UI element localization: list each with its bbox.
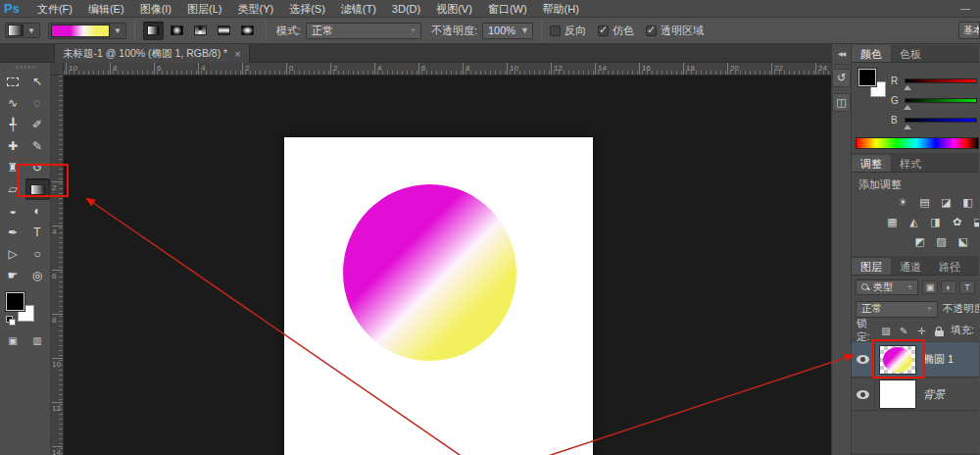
brush-tool[interactable]: ✎: [25, 135, 50, 157]
linear-gradient-button[interactable]: [143, 22, 164, 40]
invert-icon[interactable]: ◩: [912, 234, 927, 249]
layer-thumbnail[interactable]: [879, 379, 916, 409]
menu-item[interactable]: 窗口(W): [480, 0, 535, 18]
tab-color[interactable]: 颜色: [852, 45, 891, 62]
blend-mode-select[interactable]: 正常 ÷: [306, 23, 421, 39]
tool-preset-picker[interactable]: ▼: [5, 23, 40, 38]
color-spectrum-ramp[interactable]: [856, 137, 979, 149]
channel-slider-g[interactable]: G: [891, 90, 979, 110]
ellipse-tool[interactable]: ○: [25, 243, 50, 265]
path-selection-tool[interactable]: ▷: [1, 243, 25, 265]
tab-paths[interactable]: 路径: [930, 258, 969, 275]
close-tab-icon[interactable]: ×: [234, 48, 240, 60]
radial-gradient-button[interactable]: [167, 22, 187, 40]
exposure-icon[interactable]: ◧: [960, 195, 975, 210]
dodge-tool[interactable]: ◐: [25, 200, 50, 222]
layer-name[interactable]: 背景: [923, 387, 945, 402]
menu-item[interactable]: 类型(Y): [229, 0, 281, 18]
tab-swatches[interactable]: 色板: [891, 45, 930, 62]
lock-image-pixels-icon[interactable]: ✎: [898, 325, 909, 337]
layer-row-ellipse[interactable]: 椭圆 1: [852, 341, 979, 378]
layer-thumbnail[interactable]: [879, 345, 916, 375]
blur-tool[interactable]: ◒: [1, 200, 25, 222]
zoom-tool[interactable]: ◎: [25, 265, 50, 286]
foreground-color-swatch[interactable]: [6, 292, 24, 311]
eraser-tool[interactable]: ▱: [1, 178, 25, 200]
menu-item[interactable]: 视图(V): [428, 0, 480, 18]
tab-styles[interactable]: 样式: [891, 155, 930, 172]
filter-type-layers-icon[interactable]: T: [959, 280, 975, 294]
tab-layers[interactable]: 图层: [852, 258, 891, 275]
diamond-gradient-button[interactable]: [237, 22, 258, 40]
gradient-editor[interactable]: ▼: [48, 23, 126, 39]
history-panel-icon[interactable]: ↺: [832, 69, 851, 87]
visibility-toggle[interactable]: [852, 342, 875, 377]
panel-drag-handle[interactable]: [14, 64, 36, 71]
workspace-button[interactable]: 基本功能: [958, 22, 980, 39]
layer-name[interactable]: 椭圆 1: [923, 352, 954, 367]
photo-filter-icon[interactable]: ✿: [950, 215, 964, 229]
menu-item[interactable]: 滤镜(T): [333, 0, 384, 18]
gradient-tool[interactable]: [25, 178, 50, 200]
checkbox-仿色[interactable]: 仿色: [598, 24, 634, 38]
document-tab[interactable]: 未标题-1 @ 100% (椭圆 1, RGB/8) * ×: [54, 44, 250, 63]
channel-slider-b[interactable]: B: [891, 110, 979, 129]
tab-channels[interactable]: 通道: [891, 258, 930, 275]
move-tool[interactable]: ↖: [25, 71, 50, 92]
angle-gradient-button[interactable]: [190, 22, 211, 40]
quick-selection-tool[interactable]: ◌: [25, 92, 50, 114]
slider-track[interactable]: [905, 118, 977, 123]
layer-row-background[interactable]: 背景: [852, 378, 979, 411]
lasso-tool[interactable]: ∿: [1, 92, 25, 114]
properties-panel-icon[interactable]: ◫: [832, 93, 851, 112]
rectangular-marquee-tool[interactable]: [1, 71, 25, 92]
history-brush-tool[interactable]: ↺: [25, 157, 50, 178]
curves-icon[interactable]: ◪: [939, 195, 954, 210]
levels-icon[interactable]: ▤: [917, 195, 932, 210]
slider-handle[interactable]: [904, 85, 911, 90]
channel-slider-r[interactable]: R: [891, 71, 979, 90]
lock-position-icon[interactable]: ✛: [915, 325, 927, 337]
menu-item[interactable]: 帮助(H): [535, 0, 587, 18]
threshold-icon[interactable]: ⬕: [956, 234, 970, 249]
crop-tool[interactable]: ╃: [1, 114, 25, 135]
hue-saturation-icon[interactable]: ▦: [885, 215, 900, 229]
checkbox-反向[interactable]: 反向: [550, 24, 586, 38]
menu-item[interactable]: 图层(L): [179, 0, 229, 18]
slider-handle[interactable]: [904, 125, 911, 129]
hand-tool[interactable]: ☛: [1, 265, 25, 286]
posterize-icon[interactable]: ▨: [934, 234, 949, 249]
color-balance-icon[interactable]: ◭: [906, 215, 921, 229]
opacity-select[interactable]: 100% ▼: [482, 23, 533, 39]
lock-all-icon[interactable]: [933, 325, 945, 337]
reflected-gradient-button[interactable]: [214, 22, 234, 40]
channel-mixer-icon[interactable]: ⬓: [971, 215, 979, 229]
filter-adjustment-layers-icon[interactable]: ◐: [941, 280, 956, 294]
layer-filter-select[interactable]: 类型 ÷: [856, 279, 918, 295]
tab-adjustments[interactable]: 调整: [852, 155, 891, 172]
black-white-icon[interactable]: ◨: [928, 215, 943, 229]
screen-mode-button[interactable]: ▥: [29, 333, 46, 347]
eyedropper-tool[interactable]: ✐: [25, 114, 50, 135]
type-tool[interactable]: T: [25, 222, 50, 243]
quick-mask-button[interactable]: ▣: [5, 333, 22, 347]
layer-blend-mode-select[interactable]: 正常 ÷: [856, 301, 938, 318]
default-colors-icon[interactable]: [6, 316, 15, 325]
filter-pixel-layers-icon[interactable]: ▣: [922, 280, 938, 294]
menu-item[interactable]: 3D(D): [384, 0, 428, 18]
slider-track[interactable]: [905, 98, 977, 103]
document-canvas[interactable]: [284, 137, 593, 455]
expand-panels-icon[interactable]: ◀◀: [833, 50, 850, 57]
menu-item[interactable]: 编辑(E): [80, 0, 132, 18]
checkbox-透明区域[interactable]: 透明区域: [646, 24, 704, 38]
menu-item[interactable]: 图像(I): [132, 0, 179, 18]
minimize-button[interactable]: —: [960, 3, 970, 14]
slider-handle[interactable]: [904, 105, 911, 110]
pen-tool[interactable]: ✒: [1, 222, 25, 243]
clone-stamp-tool[interactable]: ♜: [1, 157, 25, 178]
lock-transparent-pixels-icon[interactable]: ▨: [880, 325, 892, 337]
gradient-map-icon[interactable]: ◫: [977, 234, 979, 249]
brightness-contrast-icon[interactable]: ☀: [896, 195, 910, 210]
visibility-toggle[interactable]: [852, 379, 875, 410]
slider-track[interactable]: [905, 78, 977, 83]
